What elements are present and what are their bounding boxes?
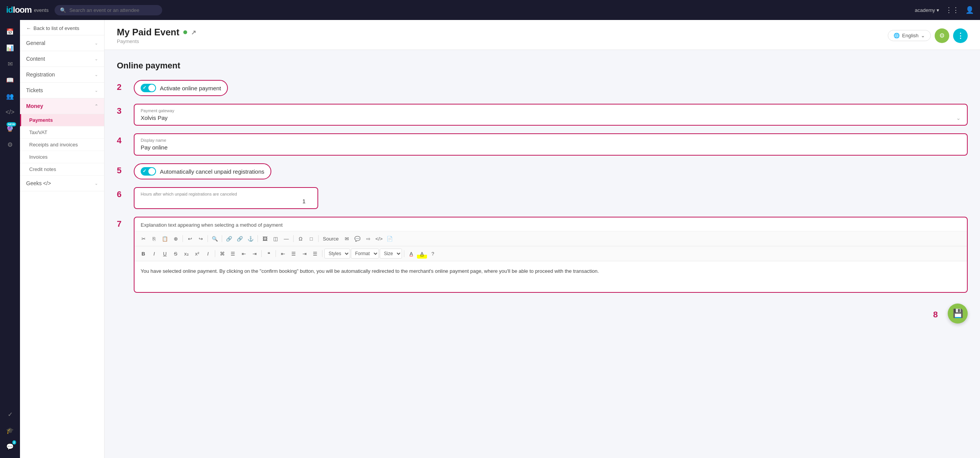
toolbar-source-btn[interactable]: Source xyxy=(321,234,341,244)
toolbar-unlink-btn[interactable]: 🔗 xyxy=(235,234,245,244)
sidebar-sub-taxvat[interactable]: Tax/VAT xyxy=(20,126,104,139)
toolbar-image-btn[interactable]: 🖼 xyxy=(260,234,270,244)
toolbar-bg-color-btn[interactable]: A xyxy=(417,249,427,259)
toolbar-align-right-btn[interactable]: ⇥ xyxy=(299,249,309,259)
toolbar-help-btn[interactable]: ? xyxy=(428,249,438,259)
toggle-check-icon: ✓ xyxy=(143,85,146,90)
sidebar-item-general[interactable]: General ⌄ xyxy=(20,35,104,51)
toolbar-paste-btn[interactable]: 📋 xyxy=(160,234,170,244)
toolbar-anchor-btn[interactable]: ⚓ xyxy=(246,234,256,244)
academy-dropdown[interactable]: academy ▾ xyxy=(915,7,939,13)
toolbar-code-btn[interactable]: </> xyxy=(374,234,384,244)
search-bar[interactable]: 🔍 xyxy=(55,5,162,15)
toolbar-separator xyxy=(222,235,222,242)
toolbar-link-btn[interactable]: 🔗 xyxy=(224,234,234,244)
nav-calendar-icon[interactable]: 📅 xyxy=(3,25,17,38)
nav-check-icon[interactable]: ✓ xyxy=(3,407,17,421)
format-select[interactable]: Format xyxy=(351,249,379,259)
editor-toolbar-1: ✂ ⎘ 📋 ⊕ ↩ ↪ 🔍 🔗 🔗 ⚓ xyxy=(135,231,967,246)
toolbar-paste-plain-btn[interactable]: ⊕ xyxy=(171,234,181,244)
nav-book-icon[interactable]: 📖 xyxy=(3,73,17,87)
back-to-list-link[interactable]: ← Back to list of events xyxy=(20,20,104,35)
toolbar-email-btn[interactable]: ✉ xyxy=(342,234,352,244)
toolbar-ol-btn[interactable]: ⌘ xyxy=(217,249,227,259)
sidebar-tickets-label: Tickets xyxy=(26,87,43,93)
toolbar-font-color-btn[interactable]: A xyxy=(406,249,416,259)
step-6-row: 6 Hours after which unpaid registrations… xyxy=(117,187,968,209)
payment-gateway-field: Payment gateway Xolvis Pay ⌄ xyxy=(134,104,968,126)
toolbar-indent-in-btn[interactable]: ⇥ xyxy=(249,249,259,259)
toolbar-align-center-btn[interactable]: ☰ xyxy=(289,249,299,259)
toolbar-sup-btn[interactable]: x² xyxy=(192,249,202,259)
toolbar-table-btn[interactable]: ◫ xyxy=(271,234,281,244)
globe-icon: 🌐 xyxy=(894,33,900,38)
sidebar-sub-payments[interactable]: Payments xyxy=(20,114,104,126)
nav-users-icon[interactable]: 👥 xyxy=(3,89,17,103)
sidebar-item-tickets[interactable]: Tickets ⌄ xyxy=(20,83,104,98)
nav-new-icon[interactable]: 🔮 NEW xyxy=(3,121,17,135)
toolbar-doc-btn[interactable]: 📄 xyxy=(385,234,395,244)
step-2-number: 2 xyxy=(117,82,128,92)
toolbar-maximize-btn[interactable]: □ xyxy=(306,234,316,244)
status-dot xyxy=(183,30,187,34)
nav-chat-icon[interactable]: 💬 2 xyxy=(3,440,17,453)
nav-right: academy ▾ ⋮⋮ 👤 xyxy=(915,6,974,14)
search-input[interactable] xyxy=(69,7,146,13)
toolbar-italic-btn[interactable]: I xyxy=(149,249,159,259)
activate-payment-toggle[interactable]: ✓ xyxy=(141,84,156,92)
save-button[interactable]: 💾 xyxy=(948,304,968,324)
toolbar-separator xyxy=(257,235,258,242)
nav-chart-icon[interactable]: 📊 xyxy=(3,41,17,55)
auto-cancel-toggle[interactable]: ✓ xyxy=(141,167,156,176)
sidebar-item-content[interactable]: Content ⌄ xyxy=(20,51,104,67)
language-button[interactable]: 🌐 English ⌄ xyxy=(888,30,931,41)
toolbar-italic2-btn[interactable]: I xyxy=(203,249,213,259)
hours-input[interactable] xyxy=(296,198,311,204)
toolbar-copy-btn[interactable]: ⎘ xyxy=(149,234,159,244)
toolbar-bold-btn[interactable]: B xyxy=(138,249,148,259)
sidebar-item-geeks[interactable]: Geeks </> ⌄ xyxy=(20,176,104,191)
toolbar-justify-btn[interactable]: ☰ xyxy=(310,249,320,259)
toolbar-align-left-btn[interactable]: ⇤ xyxy=(278,249,288,259)
editor-content-area[interactable]: You have selected online payment. By cli… xyxy=(135,261,967,292)
grid-icon[interactable]: ⋮⋮ xyxy=(945,6,959,14)
toolbar-strike-btn[interactable]: S xyxy=(171,249,181,259)
explanation-content: You have selected online payment. By cli… xyxy=(141,268,599,274)
logo[interactable]: idloom events xyxy=(6,5,48,15)
sidebar-sub-credit-notes[interactable]: Credit notes xyxy=(20,163,104,176)
sidebar-item-registration[interactable]: Registration ⌄ xyxy=(20,67,104,83)
size-select[interactable]: Size xyxy=(380,249,402,259)
payment-gateway-select[interactable]: Xolvis Pay xyxy=(141,114,956,121)
auto-cancel-toggle-container[interactable]: ✓ Automatically cancel unpaid registrati… xyxy=(134,163,271,179)
sidebar-credit-notes-label: Credit notes xyxy=(29,166,56,172)
toolbar-share-btn[interactable]: ⇨ xyxy=(363,234,373,244)
nav-settings-icon[interactable]: ⚙ xyxy=(3,138,17,151)
toolbar-indent-out-btn[interactable]: ⇤ xyxy=(239,249,249,259)
styles-select[interactable]: Styles xyxy=(324,249,350,259)
toolbar-sub-btn[interactable]: x₂ xyxy=(181,249,191,259)
toolbar-hr-btn[interactable]: ― xyxy=(281,234,291,244)
sidebar-sub-receipts[interactable]: Receipts and invoices xyxy=(20,139,104,151)
nav-email-icon[interactable]: ✉ xyxy=(3,57,17,71)
toolbar-blockquote-btn[interactable]: ❝ xyxy=(264,249,274,259)
toolbar-chat-btn[interactable]: 💬 xyxy=(352,234,362,244)
toolbar-ul-btn[interactable]: ☰ xyxy=(228,249,238,259)
sidebar-sub-invoices[interactable]: Invoices xyxy=(20,151,104,163)
more-options-button[interactable]: ⋮ xyxy=(953,28,968,43)
user-icon[interactable]: 👤 xyxy=(965,6,974,14)
toolbar-underline-btn[interactable]: U xyxy=(160,249,170,259)
step-4-content: Display name xyxy=(134,133,968,156)
display-name-input[interactable] xyxy=(141,144,961,151)
toolbar-chars-btn[interactable]: Ω xyxy=(296,234,306,244)
settings-button[interactable]: ⚙ xyxy=(935,28,949,43)
toolbar-find-btn[interactable]: 🔍 xyxy=(210,234,220,244)
nav-code-icon[interactable]: </> xyxy=(3,105,17,119)
toolbar-redo-btn[interactable]: ↪ xyxy=(196,234,206,244)
sidebar-item-money[interactable]: Money ⌃ xyxy=(20,98,104,114)
toolbar-undo-btn[interactable]: ↩ xyxy=(185,234,195,244)
nav-grad-icon[interactable]: 🎓 xyxy=(3,423,17,437)
sidebar-taxvat-label: Tax/VAT xyxy=(29,129,47,135)
toolbar-cut-btn[interactable]: ✂ xyxy=(138,234,148,244)
activate-payment-toggle-container[interactable]: ✓ Activate online payment xyxy=(134,80,228,96)
external-link-icon[interactable]: ↗ xyxy=(191,29,196,36)
